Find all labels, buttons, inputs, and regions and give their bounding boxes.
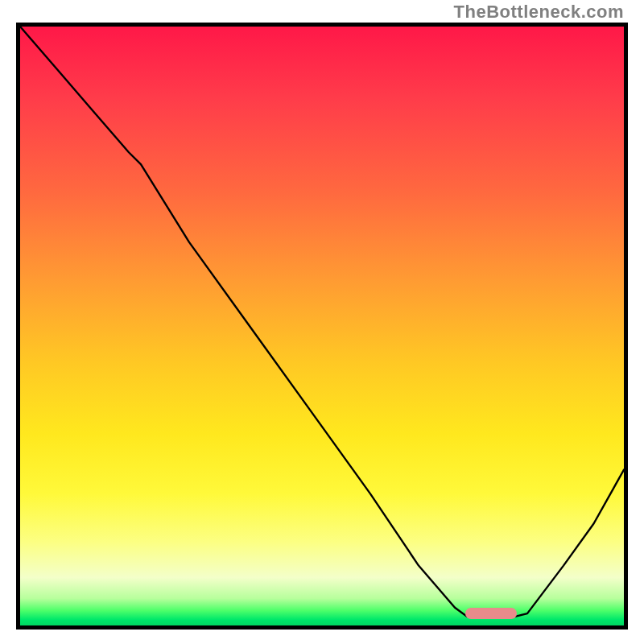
- chart-container: TheBottleneck.com: [0, 0, 644, 644]
- watermark-text: TheBottleneck.com: [454, 2, 624, 23]
- gradient-background: [20, 27, 624, 625]
- plot-frame: [16, 23, 628, 630]
- optimal-marker: [465, 608, 517, 619]
